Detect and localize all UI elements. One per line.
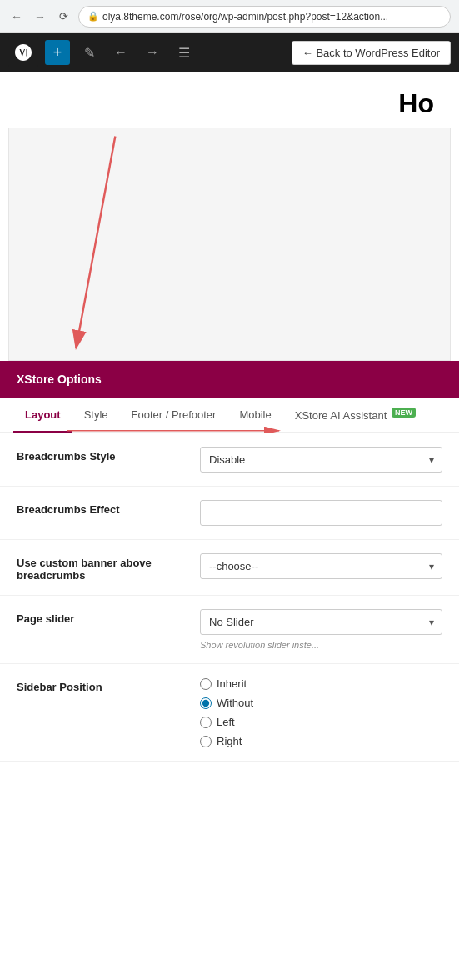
undo-button[interactable]: ← (108, 40, 133, 65)
wp-logo (8, 38, 38, 68)
custom-banner-row: Use custom banner above breadcrumbs --ch… (0, 540, 459, 596)
canvas-area: Ho (0, 72, 459, 361)
page-slider-label: Page slider (17, 609, 183, 625)
sidebar-inherit-radio[interactable] (200, 678, 212, 690)
sidebar-without-option[interactable]: Without (200, 697, 442, 709)
wp-admin-bar: + ✎ ← → ☰ ← Back to WordPress Editor (0, 33, 459, 72)
tab-ai-label: XStore AI Assistant (295, 409, 387, 422)
xstore-options-panel: XStore Options Layout Style Footer / Pre… (0, 361, 459, 762)
breadcrumbs-effect-input[interactable] (200, 500, 442, 526)
sidebar-position-label: Sidebar Position (17, 678, 183, 693)
sidebar-inherit-label: Inherit (217, 678, 247, 690)
page-title: Ho (0, 72, 459, 128)
sidebar-without-label: Without (217, 697, 253, 709)
sidebar-left-option[interactable]: Left (200, 716, 442, 728)
settings-body: Breadcrumbs Style Disable Enable Custom … (0, 433, 459, 762)
breadcrumbs-effect-row: Breadcrumbs Effect (0, 487, 459, 540)
tab-ai[interactable]: XStore AI Assistant NEW (283, 398, 427, 432)
list-view-button[interactable]: ☰ (172, 40, 197, 65)
custom-banner-control: --choose-- Yes No (200, 553, 442, 579)
sidebar-position-radio-group: Inherit Without Left Right (200, 678, 442, 748)
back-to-editor-button[interactable]: ← Back to WordPress Editor (292, 41, 451, 65)
forward-button[interactable]: → (32, 8, 48, 25)
sidebar-left-radio[interactable] (200, 717, 212, 728)
content-block (8, 128, 451, 361)
tab-mobile[interactable]: Mobile (227, 398, 282, 431)
sidebar-right-radio[interactable] (200, 736, 212, 748)
tab-layout[interactable]: Layout (13, 398, 72, 431)
custom-banner-select-wrapper: --choose-- Yes No (200, 553, 442, 579)
svg-line-1 (76, 137, 115, 348)
url-text: olya.8theme.com/rose/org/wp-admin/post.p… (102, 11, 388, 22)
address-bar[interactable]: 🔒 olya.8theme.com/rose/org/wp-admin/post… (78, 6, 451, 28)
tab-style[interactable]: Style (72, 398, 120, 431)
browser-bar: ← → ⟳ 🔒 olya.8theme.com/rose/org/wp-admi… (0, 0, 459, 33)
xstore-options-title: XStore Options (17, 372, 102, 386)
page-slider-select-wrapper: No Slider Slider 1 Slider 2 (200, 609, 442, 635)
page-slider-control: No Slider Slider 1 Slider 2 Show revolut… (200, 609, 442, 650)
arrow-annotation (9, 128, 450, 360)
sidebar-left-label: Left (217, 716, 235, 728)
page-slider-help: Show revolution slider inste... (200, 640, 442, 650)
plus-icon: + (53, 44, 62, 62)
custom-banner-select[interactable]: --choose-- Yes No (200, 553, 442, 579)
sidebar-position-row: Sidebar Position Inherit Without Left (0, 664, 459, 762)
tab-layout-label: Layout (25, 408, 61, 421)
tab-mobile-label: Mobile (239, 408, 271, 421)
xstore-options-header: XStore Options (0, 361, 459, 398)
custom-banner-label: Use custom banner above breadcrumbs (17, 553, 183, 582)
sidebar-inherit-option[interactable]: Inherit (200, 678, 442, 690)
tab-footer-label: Footer / Prefooter (132, 408, 217, 421)
wordpress-icon (13, 42, 33, 62)
tabs-container: Layout Style Footer / Prefooter Mobile X… (0, 398, 459, 433)
breadcrumbs-effect-control (200, 500, 442, 526)
tabs-row: Layout Style Footer / Prefooter Mobile X… (0, 398, 459, 433)
breadcrumbs-style-control: Disable Enable Custom (200, 447, 442, 472)
add-block-button[interactable]: + (45, 40, 70, 65)
lock-icon: 🔒 (87, 11, 99, 22)
sidebar-position-control: Inherit Without Left Right (200, 678, 442, 748)
sidebar-right-label: Right (217, 735, 242, 748)
sidebar-without-radio[interactable] (200, 698, 212, 709)
page-slider-row: Page slider No Slider Slider 1 Slider 2 … (0, 596, 459, 664)
tab-footer[interactable]: Footer / Prefooter (120, 398, 228, 431)
tab-style-label: Style (84, 408, 108, 421)
page-slider-select[interactable]: No Slider Slider 1 Slider 2 (200, 609, 442, 635)
sidebar-right-option[interactable]: Right (200, 735, 442, 748)
reload-button[interactable]: ⟳ (55, 8, 72, 25)
breadcrumbs-effect-label: Breadcrumbs Effect (17, 500, 183, 516)
new-badge: NEW (392, 408, 416, 418)
breadcrumbs-style-label: Breadcrumbs Style (17, 447, 183, 462)
breadcrumbs-style-row: Breadcrumbs Style Disable Enable Custom (0, 433, 459, 487)
redo-button[interactable]: → (140, 40, 165, 65)
breadcrumbs-style-select[interactable]: Disable Enable Custom (200, 447, 442, 472)
breadcrumbs-style-select-wrapper: Disable Enable Custom (200, 447, 442, 472)
back-button[interactable]: ← (8, 8, 25, 25)
edit-button[interactable]: ✎ (77, 40, 102, 65)
